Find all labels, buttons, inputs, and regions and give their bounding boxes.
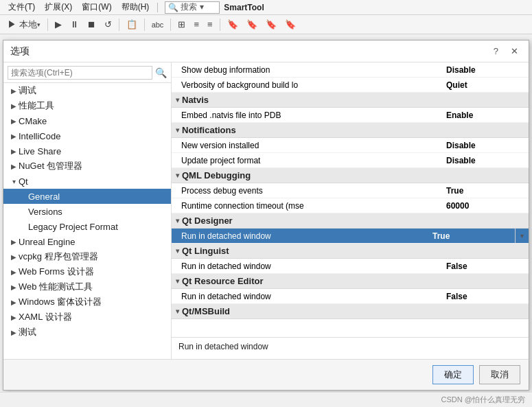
dialog-controls: ? ✕ xyxy=(490,45,522,58)
search-input[interactable] xyxy=(8,66,152,80)
toolbar-abc[interactable]: abc xyxy=(148,19,167,31)
toolbar-bookmark4[interactable]: 🔖 xyxy=(281,17,299,32)
section-label: Qt Linguist xyxy=(182,246,229,256)
settings-item-name: Run in detached window xyxy=(172,231,432,241)
settings-section[interactable]: ▾Natvis xyxy=(172,93,529,108)
tree-item[interactable]: ▶Web 性能测试工具 xyxy=(3,279,171,294)
settings-row[interactable]: New version installedDisable xyxy=(172,138,529,153)
menu-extend[interactable]: 扩展(X) xyxy=(41,0,76,14)
settings-row[interactable]: Verbosity of background build loQuiet xyxy=(172,78,529,93)
tree-item[interactable]: ▶vcpkg 程序包管理器 xyxy=(3,249,171,264)
toolbar-pause[interactable]: ⏸ xyxy=(67,17,82,32)
tree-item[interactable]: ▶Legacy Project Format xyxy=(3,219,171,234)
tree-item[interactable]: ▶Web Forms 设计器 xyxy=(3,264,171,279)
dialog-close-button[interactable]: ✕ xyxy=(507,45,522,58)
section-label: Qt Designer xyxy=(182,216,233,226)
tree-item[interactable]: ▶Windows 窗体设计器 xyxy=(3,294,171,310)
toolbar-bookmark2[interactable]: 🔖 xyxy=(243,17,261,32)
tree-item-label: IntelliCode xyxy=(19,131,60,141)
tree-item[interactable]: ▶General xyxy=(3,189,171,204)
toolbar-sep-5 xyxy=(220,19,220,31)
tree-item-label: Windows 窗体设计器 xyxy=(19,296,102,308)
tree-item[interactable]: ▶测试 xyxy=(3,325,171,340)
tree-item[interactable]: ▾Qt xyxy=(3,174,171,189)
status-bar: CSDN @怕什么真理无穷 xyxy=(0,392,532,407)
tree-container: ▶调试▶性能工具▶CMake▶IntelliCode▶Live Share▶Nu… xyxy=(3,83,171,359)
tree-arrow-icon: ▶ xyxy=(9,117,19,125)
tree-arrow-icon: ▶ xyxy=(9,102,19,110)
toolbar-stop[interactable]: ⏹ xyxy=(84,17,100,32)
search-icon[interactable]: 🔍 xyxy=(155,67,167,78)
toolbar: ▶ 本地▾ ▶ ⏸ ⏹ ↺ 📋 abc ⊞ ≡ ≡ 🔖 🔖 🔖 🔖 xyxy=(0,15,532,34)
settings-section[interactable]: ▾Qt/MSBuild xyxy=(172,304,529,319)
dialog-title: 选项 xyxy=(10,45,30,58)
settings-row[interactable]: Show debug informationDisable xyxy=(172,62,529,78)
settings-item-name: Embed .natvis file into PDB xyxy=(172,111,446,120)
settings-item-name: Process debug events xyxy=(172,186,446,196)
toolbar-align2[interactable]: ≡ xyxy=(190,17,203,32)
toolbar-sep-1 xyxy=(47,19,48,31)
settings-section[interactable]: ▾Notifications xyxy=(172,123,529,138)
tree-arrow-icon: ▶ xyxy=(9,299,19,306)
toolbar-run[interactable]: ▶ xyxy=(51,17,65,32)
toolbar-bookmark1[interactable]: 🔖 xyxy=(224,17,242,32)
toolbar-debug-start[interactable]: ▶ 本地▾ xyxy=(4,16,44,33)
section-label: Notifications xyxy=(182,125,236,135)
tree-item[interactable]: ▶Versions xyxy=(3,204,171,219)
tree-item-label: 性能工具 xyxy=(19,100,54,112)
toolbar-align3[interactable]: ≡ xyxy=(204,17,216,32)
settings-item-value: False xyxy=(446,292,529,301)
settings-section[interactable]: ▾Qt Resource Editor xyxy=(172,274,529,289)
status-text: CSDN @怕什么真理无穷 xyxy=(441,395,525,405)
tree-item-label: NuGet 包管理器 xyxy=(19,160,82,172)
settings-row[interactable]: Run in detached windowFalse xyxy=(172,259,529,274)
settings-dropdown-btn[interactable]: ▾ xyxy=(515,229,529,243)
menu-search-box[interactable]: 🔍 搜索 ▾ xyxy=(165,1,220,14)
settings-section[interactable]: ▾Qt Linguist xyxy=(172,244,529,259)
ok-button[interactable]: 确定 xyxy=(432,365,474,384)
settings-section[interactable]: ▾QML Debugging xyxy=(172,168,529,183)
section-label: QML Debugging xyxy=(182,170,251,181)
tree-item[interactable]: ▶Live Share xyxy=(3,143,171,159)
toolbar-align1[interactable]: ⊞ xyxy=(174,17,189,32)
tree-item[interactable]: ▶性能工具 xyxy=(3,98,171,113)
settings-item-value: Disable xyxy=(446,141,529,150)
menu-file[interactable]: 文件(T) xyxy=(4,0,39,14)
toolbar-clipboard[interactable]: 📋 xyxy=(123,17,141,32)
tree-item[interactable]: ▶IntelliCode xyxy=(3,128,171,143)
tree-item-label: vcpkg 程序包管理器 xyxy=(19,251,98,263)
options-dialog: 选项 ? ✕ 🔍 ▶调试▶性能工具▶CMake▶IntelliCode▶Live… xyxy=(3,40,529,391)
settings-area: Show debug informationDisableVerbosity o… xyxy=(172,62,529,337)
menu-help[interactable]: 帮助(H) xyxy=(117,0,154,14)
tree-item-label: 测试 xyxy=(19,326,36,338)
smart-tool-label: SmartTool xyxy=(224,3,264,12)
settings-item-name: Verbosity of background build lo xyxy=(172,80,446,90)
settings-row[interactable]: Update project formatDisable xyxy=(172,153,529,168)
section-arrow-icon: ▾ xyxy=(176,217,179,224)
toolbar-sep-2 xyxy=(119,19,119,31)
settings-row[interactable]: Embed .natvis file into PDBEnable xyxy=(172,108,529,123)
settings-item-name: Show debug information xyxy=(172,65,446,75)
search-box: 🔍 xyxy=(3,62,171,83)
toolbar-bookmark3[interactable]: 🔖 xyxy=(262,17,280,32)
tree-item-label: Live Share xyxy=(19,146,61,156)
tree-item[interactable]: ▶XAML 设计器 xyxy=(3,310,171,325)
settings-row[interactable]: Runtime connection timeout (mse60000 xyxy=(172,198,529,213)
menu-window[interactable]: 窗口(W) xyxy=(78,0,115,14)
dialog-titlebar: 选项 ? ✕ xyxy=(3,40,529,62)
toolbar-restart[interactable]: ↺ xyxy=(101,17,115,32)
settings-row[interactable]: Process debug eventsTrue xyxy=(172,183,529,198)
tree-item-label: Legacy Project Format xyxy=(28,222,118,232)
settings-row[interactable]: Run in detached windowTrue▾ xyxy=(172,229,529,244)
settings-section[interactable]: ▾Qt Designer xyxy=(172,213,529,229)
settings-row[interactable]: Run in detached windowFalse xyxy=(172,289,529,304)
toolbar-sep-4 xyxy=(170,19,171,31)
menu-bar: 文件(T) 扩展(X) 窗口(W) 帮助(H) 🔍 搜索 ▾ SmartTool xyxy=(0,0,532,15)
dialog-help-button[interactable]: ? xyxy=(490,45,502,58)
tree-item[interactable]: ▶Unreal Engine xyxy=(3,234,171,249)
cancel-button[interactable]: 取消 xyxy=(479,365,520,384)
tree-item[interactable]: ▶CMake xyxy=(3,113,171,128)
tree-item[interactable]: ▶调试 xyxy=(3,83,171,98)
tree-item[interactable]: ▶NuGet 包管理器 xyxy=(3,159,171,174)
search-icon: 🔍 xyxy=(168,3,178,12)
